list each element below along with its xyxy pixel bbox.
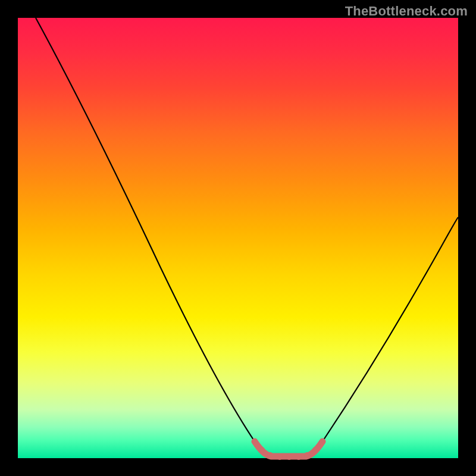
svg-point-6 [304,452,310,458]
svg-point-7 [312,447,318,453]
optimal-zone-dots [252,439,325,460]
svg-point-5 [296,454,302,460]
svg-point-8 [320,439,325,444]
svg-point-2 [267,452,273,458]
bottleneck-curve [18,18,458,458]
curve-path [36,18,458,456]
svg-point-0 [252,439,258,444]
watermark-text: TheBottleneck.com [345,4,468,19]
svg-point-4 [286,454,292,460]
svg-point-3 [277,454,283,460]
svg-point-1 [259,447,265,453]
chart-frame: TheBottleneck.com [0,0,476,476]
